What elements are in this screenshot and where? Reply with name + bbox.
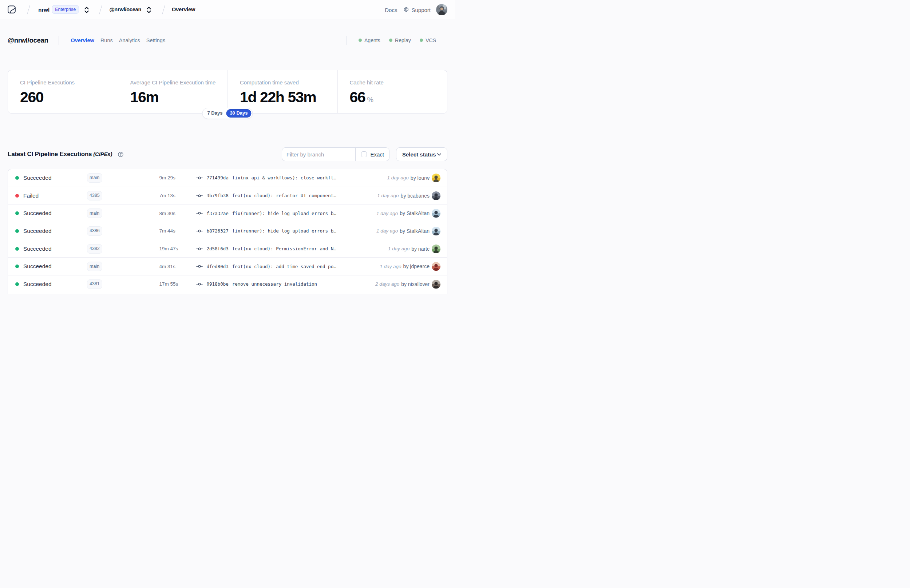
lifebuoy-icon	[404, 7, 409, 12]
exact-checkbox[interactable]	[361, 151, 367, 157]
row-time-ago: 1 day ago	[380, 264, 401, 269]
support-label: Support	[411, 7, 431, 13]
commit-message: feat(nx-cloud): add time-saved end po…	[232, 264, 336, 269]
breadcrumb-workspace[interactable]: @nrwl/ocean	[109, 6, 141, 12]
row-author: by nartc	[411, 246, 430, 252]
cipe-list-title: Latest CI Pipeline Executions(CIPEs)	[8, 151, 112, 158]
cipe-table: Succeeded main 9m 29s 771499dafix(nx-api…	[8, 169, 447, 294]
branch-badge[interactable]: main	[87, 208, 102, 218]
stat-label: CI Pipeline Executions	[20, 79, 111, 86]
row-duration: 17m 55s	[160, 281, 196, 287]
docs-link[interactable]: Docs	[385, 7, 397, 13]
branch-badge[interactable]: main	[87, 173, 102, 183]
support-link[interactable]: Support	[404, 6, 431, 13]
author-avatar	[432, 244, 440, 253]
branch-badge[interactable]: 4381	[87, 279, 103, 289]
author-avatar	[432, 280, 440, 289]
integration-statuses: AgentsReplayVCS	[346, 36, 447, 45]
branch-badge[interactable]: 4386	[87, 226, 103, 236]
commit-link[interactable]: b8726327fix(runner): hide log upload err…	[207, 228, 372, 234]
org-switcher-unfold-icon[interactable]	[84, 6, 89, 13]
table-row[interactable]: Failed 4385 7m 13s 3b79fb38feat(nx-cloud…	[8, 187, 447, 205]
branch-column: main	[87, 173, 160, 183]
cipe-list-controls: Exact Select status	[282, 147, 447, 161]
cipe-list-header: Latest CI Pipeline Executions(CIPEs) Exa…	[8, 147, 447, 161]
integration-status-vcs[interactable]: VCS	[420, 37, 436, 43]
table-row[interactable]: Succeeded 4386 7m 44s b8726327fix(runner…	[8, 222, 447, 240]
breadcrumb-org[interactable]: nrwl	[38, 6, 50, 13]
status-dot	[15, 229, 19, 233]
user-avatar[interactable]	[436, 4, 447, 15]
stat-card: Cache hit rate66%	[338, 70, 447, 113]
table-row[interactable]: Succeeded main 9m 29s 771499dafix(nx-api…	[8, 169, 447, 187]
stat-card: CI Pipeline Executions260	[8, 70, 118, 113]
row-author: by lourw	[411, 175, 430, 181]
range-option-30-days[interactable]: 30 Days	[226, 109, 251, 118]
commit-link[interactable]: 0918b0beremove unnecessary invalidation	[207, 281, 371, 287]
row-author: by jdpearce	[403, 263, 430, 269]
row-duration: 7m 44s	[160, 228, 196, 234]
commit-message: remove unnecessary invalidation	[232, 281, 317, 287]
branch-column: 4386	[87, 226, 160, 236]
commit-link[interactable]: f37a32aefix(runner): hide log upload err…	[207, 211, 372, 216]
table-row[interactable]: Succeeded 4381 17m 55s 0918b0beremove un…	[8, 275, 447, 293]
status-label: VCS	[425, 37, 436, 43]
status-dot	[15, 247, 19, 251]
status-dot	[359, 39, 362, 42]
row-duration: 4m 31s	[160, 264, 196, 269]
commit-hash: b8726327	[207, 228, 229, 234]
commit-hash: 771499da	[207, 175, 229, 181]
git-commit-icon	[196, 192, 203, 199]
branch-badge[interactable]: main	[87, 262, 102, 271]
status-dot	[15, 176, 19, 180]
row-status: Succeeded	[23, 246, 87, 252]
table-row[interactable]: Succeeded main 8m 30s f37a32aefix(runner…	[8, 205, 447, 222]
row-status: Succeeded	[23, 174, 87, 181]
stat-value: 16m	[130, 89, 221, 106]
git-commit-icon	[196, 210, 203, 216]
commit-hash: 2d58f6d3	[207, 246, 229, 252]
breadcrumb-slash-icon	[162, 5, 165, 14]
commit-link[interactable]: 771499dafix(nx-api & workflows): close w…	[207, 175, 383, 181]
commit-link[interactable]: 2d58f6d3feat(nx-cloud): PermissionError …	[207, 246, 384, 252]
commit-hash: dfed80d3	[207, 264, 229, 269]
help-icon[interactable]	[118, 152, 123, 157]
branch-badge[interactable]: 4385	[87, 191, 103, 200]
workspace-switcher-unfold-icon[interactable]	[146, 6, 152, 13]
author-avatar	[432, 262, 440, 271]
branch-badge[interactable]: 4382	[87, 244, 103, 254]
nx-cloud-logo[interactable]	[8, 5, 16, 13]
stat-label: Average CI Pipeline Execution time	[130, 79, 221, 86]
tab-settings[interactable]: Settings	[146, 37, 165, 43]
exact-filter: Exact	[355, 148, 389, 161]
org-plan-badge: Enterprise	[52, 5, 79, 14]
commit-hash: 0918b0be	[207, 281, 229, 287]
commit-link[interactable]: dfed80d3feat(nx-cloud): add time-saved e…	[207, 264, 376, 269]
topbar: nrwl Enterprise @nrwl/ocean Overview Doc…	[0, 0, 455, 19]
tab-runs[interactable]: Runs	[100, 37, 113, 43]
stat-card: Computation time saved1d 22h 53m	[228, 70, 338, 113]
row-status: Succeeded	[23, 263, 87, 270]
row-status: Succeeded	[23, 210, 87, 216]
table-row[interactable]: Succeeded 4382 19m 47s 2d58f6d3feat(nx-c…	[8, 240, 447, 258]
row-time-ago: 1 day ago	[387, 175, 409, 181]
git-commit-icon	[196, 263, 203, 270]
status-dot	[420, 39, 423, 42]
stat-label: Cache hit rate	[350, 79, 440, 86]
status-select[interactable]: Select status	[396, 147, 447, 161]
row-duration: 19m 47s	[160, 246, 196, 252]
breadcrumb-slash-icon	[99, 5, 102, 14]
row-time-ago: 1 day ago	[377, 228, 398, 234]
author-avatar	[432, 174, 440, 182]
commit-message: fix(nx-api & workflows): close workfl…	[232, 175, 336, 181]
stat-value: 260	[20, 89, 111, 106]
range-option-7-days[interactable]: 7 Days	[204, 109, 226, 118]
branch-filter-input[interactable]	[282, 148, 355, 161]
table-row[interactable]: Succeeded main 4m 31s dfed80d3feat(nx-cl…	[8, 258, 447, 275]
commit-link[interactable]: 3b79fb38feat(nx-cloud): refactor UI comp…	[207, 193, 373, 198]
integration-status-agents[interactable]: Agents	[359, 37, 380, 43]
integration-status-replay[interactable]: Replay	[389, 37, 411, 43]
tab-analytics[interactable]: Analytics	[119, 37, 140, 43]
tab-overview[interactable]: Overview	[71, 37, 94, 43]
branch-column: 4381	[87, 279, 160, 289]
